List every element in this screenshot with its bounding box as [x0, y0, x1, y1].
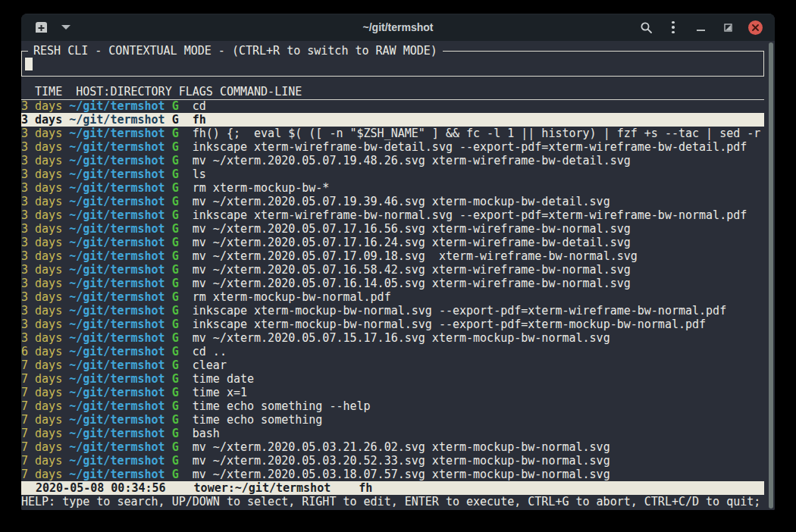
- terminal-scrollbar[interactable]: [769, 42, 773, 509]
- search-input-box[interactable]: RESH CLI - CONTEXTUAL MODE - (CTRL+R to …: [21, 51, 764, 77]
- history-row[interactable]: 3 days ~/git/termshot G fh: [21, 113, 764, 127]
- history-row[interactable]: 3 days ~/git/termshot G ls: [21, 167, 764, 181]
- terminal-screen[interactable]: RESH CLI - CONTEXTUAL MODE - (CTRL+R to …: [21, 41, 775, 510]
- row-time: 3 days: [21, 113, 62, 127]
- row-flag: G: [172, 127, 179, 140]
- history-row[interactable]: 3 days ~/git/termshot G mv ~/xterm.2020.…: [21, 236, 764, 249]
- history-row[interactable]: 7 days ~/git/termshot G time x=1: [21, 386, 764, 399]
- row-flag: G: [172, 140, 179, 154]
- row-flag: G: [172, 195, 179, 208]
- row-command: inkscape xterm-wireframe-bw-detail.svg -…: [193, 140, 747, 154]
- row-host: ~/git/termshot: [69, 318, 165, 331]
- history-row[interactable]: 3 days ~/git/termshot G mv ~/xterm.2020.…: [21, 331, 764, 345]
- history-row[interactable]: 3 days ~/git/termshot G rm xterm-mockup-…: [21, 181, 764, 195]
- row-command: fh: [193, 113, 206, 127]
- status-datetime: 2020-05-08 00:34:56: [36, 481, 166, 495]
- row-time: 7 days: [21, 372, 62, 386]
- row-host: ~/git/termshot: [69, 386, 165, 399]
- row-host: ~/git/termshot: [69, 263, 165, 277]
- history-row[interactable]: 7 days ~/git/termshot G bash: [21, 427, 764, 440]
- row-host: ~/git/termshot: [69, 195, 165, 208]
- row-time: 7 days: [21, 468, 62, 481]
- row-time: 3 days: [21, 331, 62, 345]
- row-time: 3 days: [21, 154, 62, 167]
- row-flag: G: [172, 372, 179, 386]
- history-row[interactable]: 7 days ~/git/termshot G mv ~/xterm.2020.…: [21, 440, 764, 454]
- history-row[interactable]: 7 days ~/git/termshot G time echo someth…: [21, 413, 764, 427]
- row-flag: G: [172, 222, 179, 236]
- row-command: mv ~/xterm.2020.05.07.19.48.26.svg xterm…: [193, 154, 631, 167]
- history-row[interactable]: 7 days ~/git/termshot G mv ~/xterm.2020.…: [21, 454, 764, 468]
- history-row[interactable]: 3 days ~/git/termshot G mv ~/xterm.2020.…: [21, 195, 764, 208]
- history-row[interactable]: 3 days ~/git/termshot G fh() {; eval $( …: [21, 127, 764, 140]
- row-host: ~/git/termshot: [69, 372, 165, 386]
- desktop: { "window": { "title": "~/git/termshot",…: [0, 0, 796, 532]
- row-time: 3 days: [21, 304, 62, 318]
- row-host: ~/git/termshot: [69, 167, 165, 181]
- history-row[interactable]: 3 days ~/git/termshot G cd: [21, 99, 764, 113]
- history-row[interactable]: 3 days ~/git/termshot G mv ~/xterm.2020.…: [21, 249, 764, 263]
- row-host: ~/git/termshot: [69, 454, 165, 468]
- row-flag: G: [172, 304, 179, 318]
- row-time: 3 days: [21, 236, 62, 249]
- row-host: ~/git/termshot: [69, 345, 165, 358]
- new-tab-icon: [34, 21, 49, 33]
- history-row[interactable]: 3 days ~/git/termshot G inkscape xterm-w…: [21, 208, 764, 222]
- row-host: ~/git/termshot: [69, 277, 165, 290]
- history-row[interactable]: 7 days ~/git/termshot G time date: [21, 372, 764, 386]
- kebab-menu-icon: [672, 21, 675, 34]
- history-row[interactable]: 7 days ~/git/termshot G clear: [21, 358, 764, 372]
- history-row[interactable]: 7 days ~/git/termshot G time echo someth…: [21, 399, 764, 413]
- history-row[interactable]: 3 days ~/git/termshot G rm xterm-mockup-…: [21, 290, 764, 304]
- row-flag: G: [172, 236, 179, 249]
- chevron-down-icon[interactable]: [61, 25, 71, 30]
- history-row[interactable]: 6 days ~/git/termshot G cd ..: [21, 345, 764, 358]
- row-command: mv ~/xterm.2020.05.07.19.39.46.svg xterm…: [193, 195, 610, 208]
- row-host: ~/git/termshot: [69, 99, 165, 113]
- restore-button[interactable]: [717, 17, 738, 38]
- row-time: 7 days: [21, 427, 62, 440]
- history-row[interactable]: 7 days ~/git/termshot G mv ~/xterm.2020.…: [21, 468, 764, 481]
- history-row[interactable]: 3 days ~/git/termshot G mv ~/xterm.2020.…: [21, 222, 764, 236]
- row-command: inkscape xterm-mockup-bw-normal.svg --ex…: [193, 318, 706, 331]
- row-command: mv ~/xterm.2020.05.03.21.26.02.svg xterm…: [193, 440, 610, 454]
- row-command: mv ~/xterm.2020.05.03.18.07.57.svg xterm…: [193, 468, 610, 481]
- new-tab-button[interactable]: [33, 20, 49, 35]
- minimize-button[interactable]: [690, 17, 711, 38]
- row-host: ~/git/termshot: [69, 113, 165, 127]
- row-flag: G: [172, 99, 179, 113]
- row-time: 3 days: [21, 140, 62, 154]
- history-row[interactable]: 3 days ~/git/termshot G mv ~/xterm.2020.…: [21, 154, 764, 167]
- row-time: 7 days: [21, 358, 62, 372]
- row-command: inkscape xterm-wireframe-bw-normal.svg -…: [193, 208, 747, 222]
- search-box-title: RESH CLI - CONTEXTUAL MODE - (CTRL+R to …: [28, 44, 443, 58]
- row-host: ~/git/termshot: [69, 413, 165, 427]
- row-host: ~/git/termshot: [69, 427, 165, 440]
- status-bar: 2020-05-08 00:34:56tower:~/git/termshotf…: [21, 481, 764, 495]
- search-button[interactable]: [635, 17, 657, 38]
- history-row[interactable]: 3 days ~/git/termshot G inkscape xterm-w…: [21, 140, 764, 154]
- history-row[interactable]: 3 days ~/git/termshot G mv ~/xterm.2020.…: [21, 263, 764, 277]
- history-row[interactable]: 3 days ~/git/termshot G inkscape xterm-m…: [21, 318, 764, 331]
- search-icon: [640, 21, 653, 34]
- row-flag: G: [172, 290, 179, 304]
- row-time: 3 days: [21, 208, 62, 222]
- row-time: 7 days: [21, 454, 62, 468]
- close-button[interactable]: [744, 17, 766, 38]
- row-flag: G: [172, 167, 179, 181]
- titlebar: ~/git/termshot: [21, 14, 775, 41]
- history-row[interactable]: 3 days ~/git/termshot G mv ~/xterm.2020.…: [21, 277, 764, 290]
- terminal-window: ~/git/termshot: [21, 14, 775, 510]
- row-host: ~/git/termshot: [69, 358, 165, 372]
- row-flag: G: [172, 358, 179, 372]
- row-time: 3 days: [21, 195, 62, 208]
- row-time: 3 days: [21, 167, 62, 181]
- row-host: ~/git/termshot: [69, 440, 165, 454]
- row-host: ~/git/termshot: [69, 236, 165, 249]
- history-row[interactable]: 3 days ~/git/termshot G inkscape xterm-m…: [21, 304, 764, 318]
- menu-button[interactable]: [663, 17, 684, 38]
- history-list: 3 days ~/git/termshot G cd3 days ~/git/t…: [21, 99, 764, 481]
- table-header: TIME HOST:DIRECTORY FLAGS COMMAND-LINE: [21, 85, 764, 100]
- row-time: 6 days: [21, 345, 62, 358]
- row-time: 3 days: [21, 263, 62, 277]
